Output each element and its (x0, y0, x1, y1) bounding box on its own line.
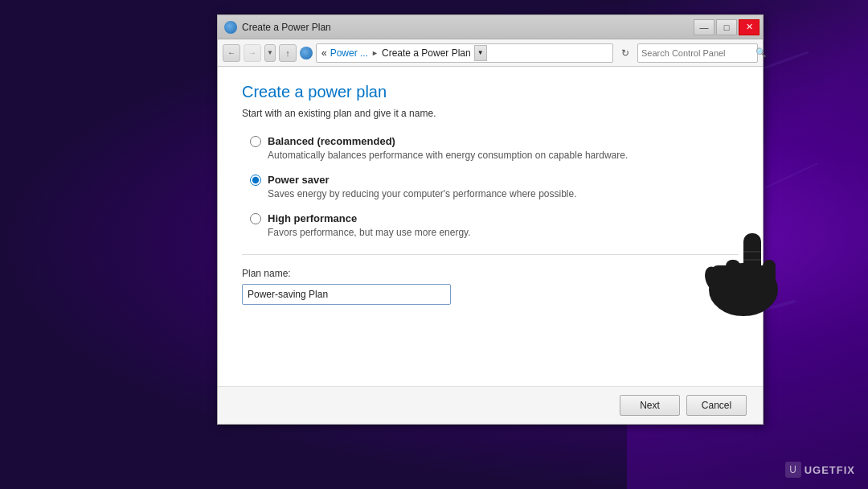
title-bar-left: Create a Power Plan (224, 21, 331, 34)
close-button[interactable]: ✕ (739, 19, 760, 35)
high-performance-description: Favors performance, but may use more ene… (250, 227, 739, 238)
high-performance-option: High performance Favors performance, but… (242, 212, 739, 238)
high-performance-label-row: High performance (250, 212, 739, 224)
section-divider (242, 254, 739, 255)
create-power-plan-window: Create a Power Plan — □ ✕ ← → ▼ ↑ « Powe… (217, 14, 764, 425)
plan-name-input[interactable] (242, 284, 451, 305)
power-saver-radio[interactable] (250, 175, 261, 186)
address-bar: ← → ▼ ↑ « Power ... ► Create a Power Pla… (218, 39, 763, 67)
breadcrumb-dropdown-button[interactable]: ▼ (474, 45, 487, 61)
address-bar-icon (300, 47, 313, 60)
title-bar: Create a Power Plan — □ ✕ (218, 15, 763, 39)
window-icon (224, 21, 237, 34)
minimize-button[interactable]: — (694, 19, 714, 35)
next-button[interactable]: Next (620, 395, 680, 416)
power-saver-label-row: Power saver (250, 174, 739, 186)
forward-button[interactable]: → (244, 44, 261, 62)
refresh-button[interactable]: ↻ (616, 43, 634, 63)
breadcrumb-bar: « Power ... ► Create a Power Plan ▼ (316, 43, 613, 63)
balanced-label[interactable]: Balanced (recommended) (268, 135, 395, 147)
watermark: U UGETFIX (785, 462, 855, 478)
plan-name-label: Plan name: (242, 268, 739, 279)
cancel-button[interactable]: Cancel (686, 395, 747, 416)
plan-name-section: Plan name: (242, 268, 739, 305)
balanced-label-row: Balanced (recommended) (250, 135, 739, 147)
radio-group: Balanced (recommended) Automatically bal… (242, 135, 739, 238)
power-saver-label[interactable]: Power saver (268, 174, 330, 186)
search-input[interactable] (641, 48, 752, 58)
back-button[interactable]: ← (223, 44, 240, 62)
globe-icon (224, 21, 237, 34)
breadcrumb-prefix: « (321, 47, 327, 59)
balanced-radio[interactable] (250, 136, 261, 147)
power-saver-option: Power saver Saves energy by reducing you… (242, 174, 739, 199)
power-saver-description: Saves energy by reducing your computer's… (250, 188, 739, 199)
breadcrumb-current: Create a Power Plan (382, 47, 471, 59)
watermark-text: UGETFIX (805, 464, 855, 476)
balanced-description: Automatically balances performance with … (250, 150, 739, 161)
search-box: 🔍 (637, 43, 758, 63)
balanced-option: Balanced (recommended) Automatically bal… (242, 135, 739, 161)
window-title: Create a Power Plan (242, 22, 331, 33)
breadcrumb-separator: ► (371, 49, 379, 57)
page-title: Create a power plan (242, 83, 739, 101)
high-performance-label[interactable]: High performance (268, 212, 357, 224)
search-icon: 🔍 (755, 47, 767, 58)
watermark-icon: U (785, 462, 801, 478)
bottom-bar: Next Cancel (218, 386, 763, 424)
content-area: Create a power plan Start with an existi… (218, 67, 763, 386)
breadcrumb-parent[interactable]: Power ... (330, 47, 368, 59)
nav-dropdown-button[interactable]: ▼ (264, 44, 276, 62)
title-bar-buttons: — □ ✕ (694, 19, 760, 35)
up-button[interactable]: ↑ (279, 44, 297, 62)
page-subtitle: Start with an existing plan and give it … (242, 108, 739, 119)
maximize-button[interactable]: □ (716, 19, 737, 35)
high-performance-radio[interactable] (250, 213, 261, 224)
